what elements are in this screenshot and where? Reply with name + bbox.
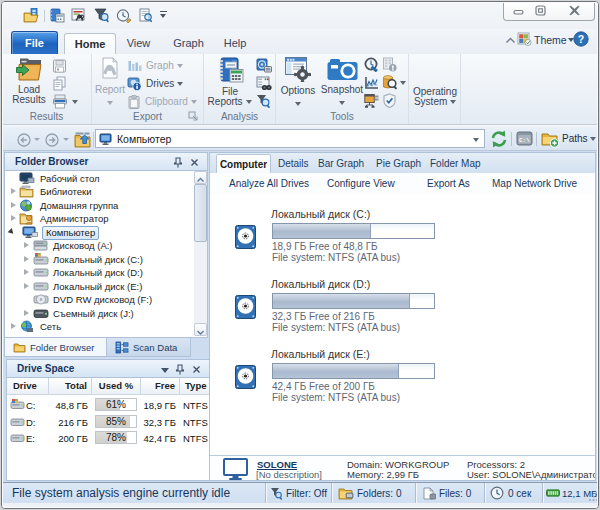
svg-text:?: ? — [578, 33, 584, 45]
svg-text:C:\: C:\ — [519, 137, 530, 144]
